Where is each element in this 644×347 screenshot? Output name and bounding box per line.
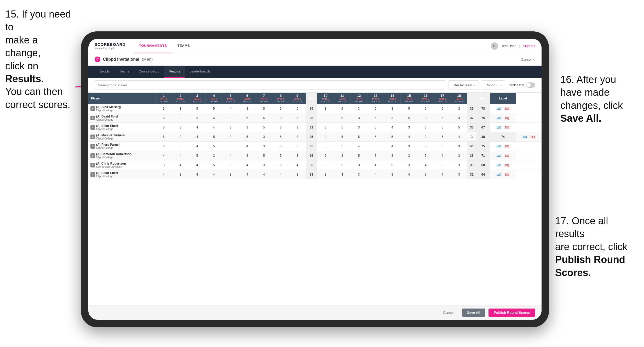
score-hole-3[interactable]: 4 (189, 123, 206, 132)
score-hole-14[interactable]: 3 (384, 170, 401, 179)
score-hole-16[interactable]: 3 (417, 123, 434, 132)
score-hole-15[interactable]: 4 (401, 170, 417, 179)
publish-round-scores-button[interactable]: Publish Round Scores (488, 309, 535, 317)
score-hole-11[interactable]: 5 (334, 160, 350, 170)
score-hole-12[interactable]: 5 (350, 151, 367, 160)
score-hole-10[interactable]: 3 (317, 123, 334, 132)
score-hole-18[interactable]: 4 (451, 132, 467, 142)
score-hole-10[interactable]: 3 (317, 104, 334, 113)
score-hole-18[interactable]: 5 (451, 123, 467, 132)
score-hole-18[interactable]: 3 (451, 142, 467, 151)
score-hole-9[interactable]: 3 (289, 132, 306, 142)
score-hole-3[interactable]: 4 (189, 132, 206, 142)
score-hole-18[interactable]: 3 (451, 104, 467, 113)
score-hole-15[interactable]: 3 (401, 160, 417, 170)
score-hole-5[interactable]: 3 (222, 123, 239, 132)
dq-button[interactable]: DQ (504, 116, 510, 120)
cancel-tournament-link[interactable]: Cancel ✕ (521, 58, 535, 61)
score-hole-11[interactable]: 5 (334, 113, 350, 123)
score-hole-6[interactable]: 3 (239, 104, 256, 113)
score-hole-14[interactable]: 4 (384, 123, 401, 132)
score-hole-14[interactable]: 5 (384, 160, 401, 170)
score-hole-12[interactable]: 3 (350, 113, 367, 123)
score-hole-13[interactable]: 3 (367, 142, 384, 151)
score-hole-4[interactable]: 5 (205, 142, 222, 151)
score-hole-11[interactable]: 4 (334, 170, 350, 179)
score-hole-9[interactable]: 3 (289, 142, 306, 151)
score-hole-16[interactable]: 6 (417, 104, 434, 113)
score-hole-9[interactable]: 5 (289, 113, 306, 123)
score-hole-11[interactable]: 5 (334, 104, 350, 113)
score-hole-1[interactable]: 4 (156, 151, 172, 160)
score-hole-1[interactable]: 5 (156, 123, 172, 132)
score-hole-5[interactable]: 4 (222, 104, 239, 113)
dq-button[interactable]: DQ (530, 135, 536, 139)
score-hole-12[interactable]: 5 (350, 132, 367, 142)
score-hole-17[interactable]: 3 (434, 160, 451, 170)
score-hole-15[interactable]: 4 (401, 132, 417, 142)
score-hole-11[interactable]: 3 (334, 151, 350, 160)
score-hole-10[interactable]: 5 (317, 142, 334, 151)
score-hole-3[interactable]: 3 (189, 113, 206, 123)
score-hole-6[interactable]: 5 (239, 132, 256, 142)
score-hole-18[interactable]: 3 (451, 151, 467, 160)
score-hole-7[interactable]: 6 (256, 113, 272, 123)
score-hole-4[interactable]: 4 (205, 113, 222, 123)
score-hole-12[interactable]: 3 (350, 104, 367, 113)
score-hole-3[interactable]: 4 (189, 170, 206, 179)
score-hole-5[interactable]: 4 (222, 151, 239, 160)
score-hole-9[interactable]: 3 (289, 123, 306, 132)
score-hole-6[interactable]: 3 (239, 151, 256, 160)
score-hole-9[interactable]: 5 (289, 104, 306, 113)
score-hole-17[interactable]: 6 (434, 142, 451, 151)
score-hole-9[interactable]: 3 (289, 170, 306, 179)
score-hole-12[interactable]: 3 (350, 160, 367, 170)
save-all-button[interactable]: Save All (462, 309, 485, 317)
dq-button[interactable]: DQ (504, 154, 510, 158)
score-hole-16[interactable]: 4 (417, 160, 434, 170)
dq-button[interactable]: DQ (504, 107, 510, 110)
score-hole-7[interactable]: 5 (256, 151, 272, 160)
score-hole-16[interactable]: 3 (417, 132, 434, 142)
score-hole-17[interactable]: 4 (434, 170, 451, 179)
score-hole-4[interactable]: 4 (205, 123, 222, 132)
filter-by-team-dropdown[interactable]: Filter by team ▾ (448, 80, 479, 90)
dq-button[interactable]: DQ (504, 164, 510, 167)
score-hole-2[interactable]: 3 (172, 123, 189, 132)
score-hole-8[interactable]: 5 (272, 132, 289, 142)
score-hole-8[interactable]: 5 (272, 160, 289, 170)
nav-link-tournaments[interactable]: TOURNAMENTS (134, 39, 172, 53)
score-hole-6[interactable]: 4 (239, 170, 256, 179)
score-hole-6[interactable]: 4 (239, 160, 256, 170)
score-hole-13[interactable]: 6 (367, 104, 384, 113)
score-hole-3[interactable]: 5 (189, 104, 206, 113)
score-hole-6[interactable]: 4 (239, 142, 256, 151)
score-hole-5[interactable]: 3 (222, 113, 239, 123)
score-hole-13[interactable]: 5 (367, 123, 384, 132)
score-hole-7[interactable]: 5 (256, 104, 272, 113)
score-hole-11[interactable]: 5 (334, 123, 350, 132)
wd-button[interactable]: WD (496, 154, 503, 158)
score-hole-8[interactable]: 5 (272, 142, 289, 151)
score-hole-15[interactable]: 3 (401, 151, 417, 160)
tab-details[interactable]: Details (95, 66, 114, 78)
score-hole-17[interactable]: 5 (434, 132, 451, 142)
score-hole-10[interactable]: 3 (317, 160, 334, 170)
score-hole-5[interactable]: 3 (222, 160, 239, 170)
score-hole-14[interactable]: 4 (384, 142, 401, 151)
score-hole-11[interactable]: 5 (334, 142, 350, 151)
wd-button[interactable]: WD (521, 135, 528, 139)
score-hole-17[interactable]: 4 (434, 151, 451, 160)
score-hole-1[interactable]: 4 (156, 170, 172, 179)
score-hole-8[interactable]: 4 (272, 170, 289, 179)
score-hole-4[interactable]: 5 (205, 132, 222, 142)
nav-link-teams[interactable]: TEAMS (172, 39, 195, 53)
score-hole-1[interactable]: 3 (156, 160, 172, 170)
score-hole-12[interactable]: 4 (350, 142, 367, 151)
score-hole-7[interactable]: 3 (256, 160, 272, 170)
score-hole-2[interactable]: 3 (172, 104, 189, 113)
score-hole-1[interactable]: 5 (156, 132, 172, 142)
score-hole-3[interactable]: 4 (189, 160, 206, 170)
score-hole-13[interactable]: 4 (367, 160, 384, 170)
score-hole-4[interactable]: 5 (205, 160, 222, 170)
